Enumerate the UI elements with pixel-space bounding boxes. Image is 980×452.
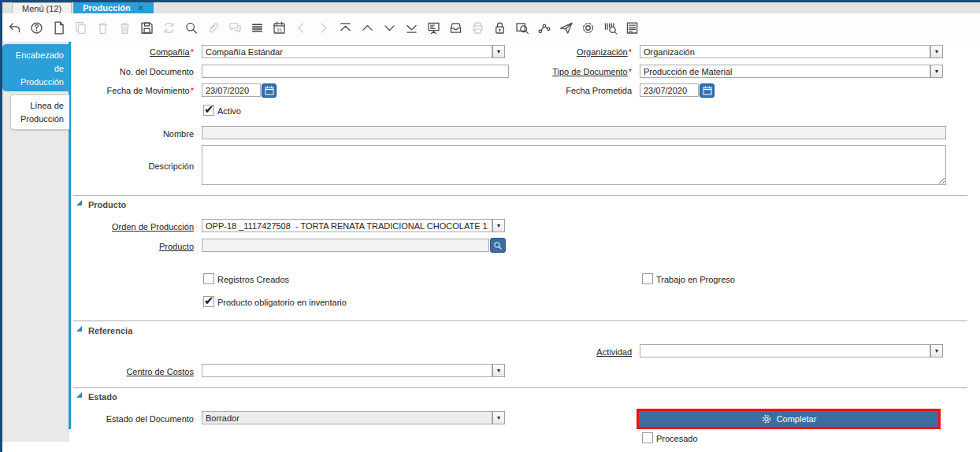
nombre-label: Nombre xyxy=(79,129,194,139)
actividad-input[interactable] xyxy=(640,344,930,358)
estado-documento-combo: ▾ xyxy=(202,411,505,424)
tipo-documento-input[interactable] xyxy=(640,65,930,78)
activo-label: Activo xyxy=(217,106,241,116)
tipo-documento-combo: ▾ xyxy=(640,65,943,78)
undo-icon[interactable] xyxy=(7,20,22,35)
completar-button-label: Completar xyxy=(777,414,817,424)
estado-documento-input xyxy=(202,411,492,424)
delete-selection-icon xyxy=(117,20,132,35)
sidebar-tab-encabezado[interactable]: Encabezado de Producción xyxy=(2,44,69,91)
calendar-icon[interactable]: 31 xyxy=(272,20,287,35)
orden-produccion-input[interactable] xyxy=(202,219,492,232)
actividad-label[interactable]: Actividad xyxy=(517,347,632,357)
compania-label[interactable]: Compañía* xyxy=(79,47,194,57)
orden-produccion-combo: ▾ xyxy=(202,219,505,232)
registros-creados-checkbox[interactable] xyxy=(203,273,214,284)
completar-button[interactable]: Completar xyxy=(639,411,938,427)
tab-menu-label: Menú (12) xyxy=(22,4,61,13)
organizacion-input[interactable] xyxy=(640,45,930,58)
last-record-icon[interactable] xyxy=(404,20,419,35)
orden-produccion-dropdown-button[interactable]: ▾ xyxy=(492,219,505,232)
actividad-combo: ▾ xyxy=(640,344,943,358)
descripcion-textarea[interactable] xyxy=(202,145,946,185)
tab-produccion[interactable]: Producción ✕ xyxy=(73,2,154,13)
estado-section-title: Estado xyxy=(88,392,117,402)
workflow-icon[interactable] xyxy=(536,20,551,35)
gear-icon xyxy=(761,413,772,424)
compania-input[interactable] xyxy=(202,45,492,58)
producto-label[interactable]: Producto xyxy=(79,242,194,251)
fecha-movimiento-label: Fecha de Movimiento* xyxy=(79,86,194,95)
first-record-icon[interactable] xyxy=(338,20,353,35)
fecha-prometida-calendar-button[interactable] xyxy=(700,83,715,98)
report-icon[interactable] xyxy=(426,20,441,35)
tab-menu[interactable]: Menú (12) xyxy=(12,2,72,13)
close-icon[interactable]: ✕ xyxy=(137,3,144,13)
lookup-icon[interactable] xyxy=(184,20,199,35)
sidebar-tab-linea[interactable]: Línea de Producción xyxy=(10,94,69,130)
fecha-movimiento-calendar-button[interactable] xyxy=(262,83,277,98)
fecha-prometida-input[interactable] xyxy=(640,83,699,97)
help-icon[interactable] xyxy=(29,20,44,35)
fecha-prometida-label: Fecha Prometida xyxy=(517,86,632,95)
section-separator xyxy=(73,320,967,321)
window-tab-strip: Menú (12) Producción ✕ xyxy=(0,2,980,13)
section-separator xyxy=(73,195,967,196)
organizacion-combo: ▾ xyxy=(640,45,943,58)
centro-costos-dropdown-button[interactable]: ▾ xyxy=(492,364,505,377)
save-icon[interactable] xyxy=(139,20,154,35)
centro-costos-label[interactable]: Centro de Costos xyxy=(79,367,194,376)
tipo-documento-dropdown-button[interactable]: ▾ xyxy=(930,65,943,78)
toolbar: 31 xyxy=(0,13,980,42)
detail-record-icon xyxy=(316,20,331,35)
producto-search-button[interactable] xyxy=(490,238,506,253)
parent-record-icon xyxy=(294,20,309,35)
organizacion-label[interactable]: Organización* xyxy=(517,47,632,57)
trabajo-en-progreso-label: Trabajo en Progreso xyxy=(656,275,735,284)
svg-text:31: 31 xyxy=(277,27,282,31)
organizacion-dropdown-button[interactable]: ▾ xyxy=(930,45,943,58)
trabajo-en-progreso-checkbox[interactable] xyxy=(642,273,653,284)
next-record-icon[interactable] xyxy=(382,20,397,35)
previous-record-icon[interactable] xyxy=(360,20,375,35)
producto-input xyxy=(202,239,489,252)
report-design-icon[interactable] xyxy=(625,20,640,35)
registros-creados-label: Registros Creados xyxy=(217,275,289,284)
compania-combo: ▾ xyxy=(202,45,505,58)
chat-icon xyxy=(228,20,243,35)
fecha-movimiento-input[interactable] xyxy=(202,83,261,97)
nombre-input xyxy=(202,126,946,139)
calendar-icon xyxy=(703,86,712,95)
producto-obligatorio-checkbox[interactable] xyxy=(203,296,214,307)
centro-costos-input[interactable] xyxy=(202,364,492,377)
estado-documento-dropdown-button[interactable]: ▾ xyxy=(492,411,505,424)
delete-record-icon xyxy=(95,20,110,35)
activo-checkbox[interactable] xyxy=(203,105,214,116)
tipo-documento-label[interactable]: Tipo de Documento* xyxy=(517,67,632,76)
lock-icon[interactable] xyxy=(492,20,507,35)
attachment-icon xyxy=(206,20,221,35)
descripcion-label: Descripción xyxy=(79,161,194,171)
no-documento-input[interactable] xyxy=(202,65,509,78)
collapse-triangle-icon[interactable] xyxy=(76,200,82,206)
collapse-triangle-icon[interactable] xyxy=(76,326,82,332)
production-window: Menú (12) Producción ✕ 31 Encabezado de … xyxy=(0,0,980,452)
compania-dropdown-button[interactable]: ▾ xyxy=(492,45,505,58)
archive-icon[interactable] xyxy=(448,20,463,35)
estado-documento-label: Estado del Documento xyxy=(79,414,194,424)
preferences-icon[interactable] xyxy=(581,20,596,35)
centro-costos-combo: ▾ xyxy=(202,364,505,377)
collapse-triangle-icon[interactable] xyxy=(76,392,82,398)
tab-produccion-label: Producción xyxy=(83,3,131,13)
actividad-dropdown-button[interactable]: ▾ xyxy=(930,344,943,358)
new-record-icon[interactable] xyxy=(51,20,66,35)
product-info-icon[interactable] xyxy=(603,20,618,35)
record-access-icon[interactable] xyxy=(514,20,529,35)
grid-toggle-icon[interactable] xyxy=(250,20,265,35)
request-icon[interactable] xyxy=(559,20,574,35)
print-icon xyxy=(470,20,485,35)
procesado-checkbox[interactable] xyxy=(642,432,653,443)
orden-produccion-label[interactable]: Orden de Producción xyxy=(79,222,194,232)
producto-section-title: Producto xyxy=(88,200,126,209)
producto-obligatorio-label: Producto obligatorio en inventario xyxy=(217,298,347,307)
